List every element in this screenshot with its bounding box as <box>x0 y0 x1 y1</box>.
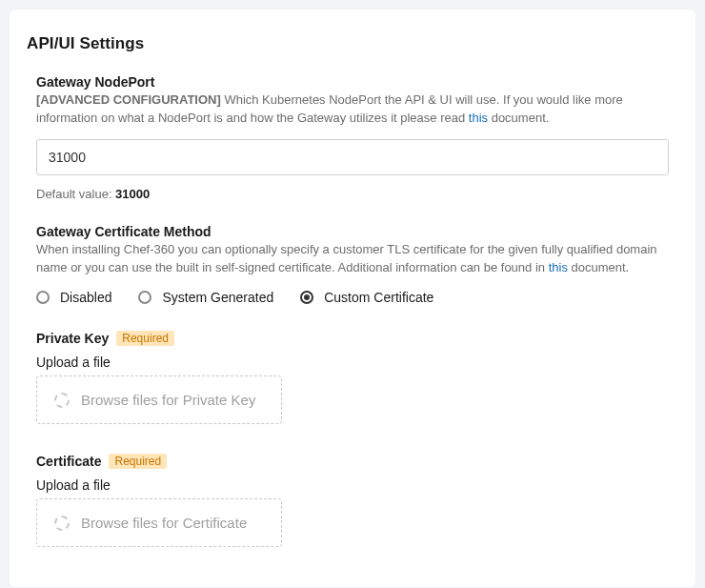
private-key-instruction: Upload a file <box>36 355 669 370</box>
page-container: API/UI Settings Gateway NodePort [ADVANC… <box>0 0 705 588</box>
radio-system-generated[interactable]: System Generated <box>138 290 273 305</box>
radio-disabled[interactable]: Disabled <box>36 290 111 305</box>
radio-icon <box>36 291 50 304</box>
certificate-label-row: Certificate Required <box>36 454 167 469</box>
settings-card: API/UI Settings Gateway NodePort [ADVANC… <box>10 10 695 587</box>
private-key-group: Private Key Required Upload a file Brows… <box>36 330 669 424</box>
certmethod-help-suffix: document. <box>568 260 629 274</box>
certificate-group: Certificate Required Upload a file Brows… <box>36 453 669 547</box>
nodeport-default-prefix: Default value: <box>36 187 115 201</box>
private-key-dropzone-text: Browse files for Private Key <box>81 392 255 408</box>
certificate-instruction: Upload a file <box>36 477 669 493</box>
certmethod-section: Gateway Certificate Method When installi… <box>36 224 669 548</box>
radio-icon <box>138 291 151 304</box>
nodeport-label: Gateway NodePort <box>36 74 669 90</box>
certmethod-label: Gateway Certificate Method <box>36 224 669 239</box>
nodeport-help: [ADVANCED CONFIGURATION] Which Kubernete… <box>36 91 669 128</box>
nodeport-section: Gateway NodePort [ADVANCED CONFIGURATION… <box>36 74 669 201</box>
radio-custom-label: Custom Certificate <box>324 290 433 305</box>
nodeport-help-prefix: [ADVANCED CONFIGURATION] <box>36 92 221 107</box>
radio-disabled-label: Disabled <box>60 290 111 305</box>
required-badge: Required <box>116 331 174 346</box>
radio-custom-certificate[interactable]: Custom Certificate <box>300 290 433 305</box>
certmethod-help-link[interactable]: this <box>549 260 568 274</box>
certmethod-help: When installing Chef-360 you can optiona… <box>36 241 669 277</box>
certificate-dropzone-text: Browse files for Certificate <box>81 515 247 531</box>
nodeport-help-link[interactable]: this <box>469 111 488 125</box>
nodeport-default-hint: Default value: 31000 <box>36 187 669 201</box>
nodeport-help-suffix: document. <box>488 111 549 125</box>
page-title: API/UI Settings <box>27 34 678 53</box>
radio-icon <box>300 291 313 304</box>
nodeport-default-value: 31000 <box>115 187 150 201</box>
nodeport-input[interactable] <box>36 139 669 175</box>
upload-icon <box>54 393 70 408</box>
certificate-label: Certificate <box>36 454 101 469</box>
certificate-dropzone[interactable]: Browse files for Certificate <box>36 498 282 547</box>
required-badge: Required <box>109 454 167 469</box>
private-key-dropzone[interactable]: Browse files for Private Key <box>36 375 282 424</box>
private-key-label: Private Key <box>36 331 109 346</box>
upload-icon <box>54 516 70 531</box>
certmethod-radio-group: Disabled System Generated Custom Certifi… <box>36 290 669 305</box>
private-key-label-row: Private Key Required <box>36 331 174 346</box>
radio-system-label: System Generated <box>162 290 273 305</box>
